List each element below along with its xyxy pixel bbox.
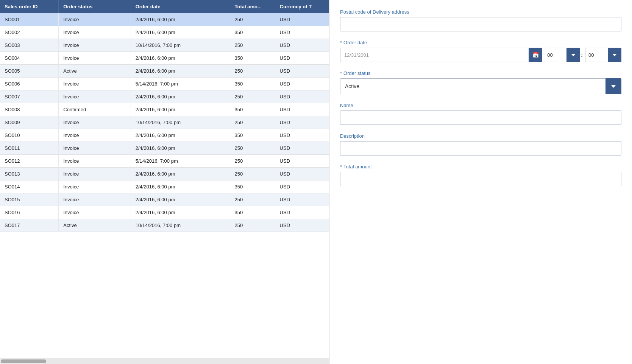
table-row[interactable]: SO016Invoice2/4/2016, 6:00 pm350USD xyxy=(0,206,329,219)
table-row[interactable]: SO015Invoice2/4/2016, 6:00 pm250USD xyxy=(0,193,329,206)
cell-salesOrderId: SO003 xyxy=(0,39,59,52)
name-input[interactable] xyxy=(340,110,621,125)
table-row[interactable]: SO010Invoice2/4/2016, 6:00 pm350USD xyxy=(0,129,329,142)
cell-currency: USD xyxy=(275,52,329,65)
cell-currency: USD xyxy=(275,193,329,206)
cell-salesOrderId: SO017 xyxy=(0,219,59,232)
table-body: SO001Invoice2/4/2016, 6:00 pm250USDSO002… xyxy=(0,13,329,232)
table-row[interactable]: SO003Invoice10/14/2016, 7:00 pm250USD xyxy=(0,39,329,52)
table-scroll-area[interactable]: Sales order ID Order status Order date T… xyxy=(0,0,329,358)
cell-salesOrderId: SO007 xyxy=(0,90,59,103)
cell-orderDate: 10/14/2016, 7:00 pm xyxy=(131,116,230,129)
chevron-down-icon-2 xyxy=(612,54,617,56)
time-hours-dropdown-button[interactable] xyxy=(566,48,580,62)
time-hours-wrapper xyxy=(544,48,580,62)
cell-orderDate: 2/4/2016, 6:00 pm xyxy=(131,90,230,103)
cell-totalAmount: 350 xyxy=(230,206,275,219)
cell-orderDate: 2/4/2016, 6:00 pm xyxy=(131,26,230,39)
cell-totalAmount: 250 xyxy=(230,168,275,180)
postal-code-label: Postal code of Delivery address xyxy=(340,9,621,15)
postal-code-field: Postal code of Delivery address xyxy=(340,9,621,31)
cell-orderDate: 2/4/2016, 6:00 pm xyxy=(131,206,230,219)
col-header-total-amount: Total amo... xyxy=(230,0,275,13)
table-row[interactable]: SO004Invoice2/4/2016, 6:00 pm350USD xyxy=(0,52,329,65)
col-header-order-date: Order date xyxy=(131,0,230,13)
table-row[interactable]: SO005Active2/4/2016, 6:00 pm250USD xyxy=(0,65,329,78)
calendar-button[interactable]: 📅 xyxy=(529,48,542,62)
time-minutes-input[interactable] xyxy=(585,48,608,62)
cell-currency: USD xyxy=(275,13,329,26)
time-colon-separator: : xyxy=(580,48,584,62)
table-row[interactable]: SO011Invoice2/4/2016, 6:00 pm250USD xyxy=(0,142,329,155)
order-status-select[interactable]: Active Invoice Confirmed xyxy=(340,78,605,94)
cell-orderStatus: Invoice xyxy=(59,168,131,180)
table-row[interactable]: SO017Active10/14/2016, 7:00 pm250USD xyxy=(0,219,329,232)
time-minutes-wrapper xyxy=(585,48,621,62)
cell-salesOrderId: SO011 xyxy=(0,142,59,155)
cell-currency: USD xyxy=(275,90,329,103)
cell-orderStatus: Invoice xyxy=(59,39,131,52)
cell-totalAmount: 350 xyxy=(230,180,275,193)
cell-orderStatus: Invoice xyxy=(59,90,131,103)
form-panel: Postal code of Delivery address * Order … xyxy=(329,0,632,364)
total-amount-required-star: * xyxy=(340,164,342,170)
cell-currency: USD xyxy=(275,129,329,142)
cell-orderDate: 2/4/2016, 6:00 pm xyxy=(131,103,230,116)
cell-currency: USD xyxy=(275,206,329,219)
table-row[interactable]: SO007Invoice2/4/2016, 6:00 pm250USD xyxy=(0,90,329,103)
cell-totalAmount: 350 xyxy=(230,52,275,65)
cell-orderDate: 2/4/2016, 6:00 pm xyxy=(131,168,230,180)
table-panel: Sales order ID Order status Order date T… xyxy=(0,0,329,364)
cell-salesOrderId: SO013 xyxy=(0,168,59,180)
order-status-dropdown-button[interactable] xyxy=(605,78,621,94)
description-input[interactable] xyxy=(340,141,621,156)
cell-totalAmount: 350 xyxy=(230,26,275,39)
cell-orderStatus: Active xyxy=(59,65,131,78)
hscroll-thumb[interactable] xyxy=(1,359,46,363)
table-row[interactable]: SO002Invoice2/4/2016, 6:00 pm350USD xyxy=(0,26,329,39)
table-row[interactable]: SO008Confirmed2/4/2016, 6:00 pm350USD xyxy=(0,103,329,116)
order-date-required-star: * xyxy=(340,40,342,45)
time-hours-input[interactable] xyxy=(544,48,566,62)
description-label: Description xyxy=(340,133,621,139)
cell-orderStatus: Invoice xyxy=(59,116,131,129)
table-row[interactable]: SO009Invoice10/14/2016, 7:00 pm250USD xyxy=(0,116,329,129)
name-field: Name xyxy=(340,103,621,125)
postal-code-input[interactable] xyxy=(340,17,621,31)
main-container: Sales order ID Order status Order date T… xyxy=(0,0,632,364)
order-date-input[interactable] xyxy=(340,48,529,62)
total-amount-input[interactable] xyxy=(340,172,621,186)
table-row[interactable]: SO013Invoice2/4/2016, 6:00 pm250USD xyxy=(0,168,329,180)
time-minutes-dropdown-button[interactable] xyxy=(608,48,621,62)
cell-orderDate: 10/14/2016, 7:00 pm xyxy=(131,39,230,52)
cell-salesOrderId: SO005 xyxy=(0,65,59,78)
calendar-icon: 📅 xyxy=(532,52,539,58)
cell-orderDate: 2/4/2016, 6:00 pm xyxy=(131,193,230,206)
cell-totalAmount: 250 xyxy=(230,13,275,26)
cell-salesOrderId: SO015 xyxy=(0,193,59,206)
date-input-wrapper: 📅 xyxy=(340,48,542,62)
name-label: Name xyxy=(340,103,621,108)
table-row[interactable]: SO006Invoice5/14/2016, 7:00 pm350USD xyxy=(0,78,329,90)
cell-salesOrderId: SO016 xyxy=(0,206,59,219)
cell-orderDate: 2/4/2016, 6:00 pm xyxy=(131,13,230,26)
cell-totalAmount: 250 xyxy=(230,65,275,78)
table-row[interactable]: SO012Invoice5/14/2016, 7:00 pm250USD xyxy=(0,155,329,168)
cell-orderStatus: Invoice xyxy=(59,142,131,155)
order-status-label: * Order status xyxy=(340,70,621,76)
table-row[interactable]: SO001Invoice2/4/2016, 6:00 pm250USD xyxy=(0,13,329,26)
cell-totalAmount: 250 xyxy=(230,219,275,232)
cell-orderStatus: Invoice xyxy=(59,180,131,193)
cell-orderStatus: Invoice xyxy=(59,206,131,219)
cell-totalAmount: 250 xyxy=(230,193,275,206)
table-row[interactable]: SO014Invoice2/4/2016, 6:00 pm350USD xyxy=(0,180,329,193)
cell-orderStatus: Invoice xyxy=(59,155,131,168)
cell-orderStatus: Active xyxy=(59,219,131,232)
cell-totalAmount: 250 xyxy=(230,90,275,103)
cell-currency: USD xyxy=(275,39,329,52)
cell-currency: USD xyxy=(275,155,329,168)
description-field: Description xyxy=(340,133,621,156)
horizontal-scrollbar[interactable] xyxy=(0,358,329,364)
order-date-row: 📅 : xyxy=(340,48,621,62)
cell-totalAmount: 250 xyxy=(230,39,275,52)
